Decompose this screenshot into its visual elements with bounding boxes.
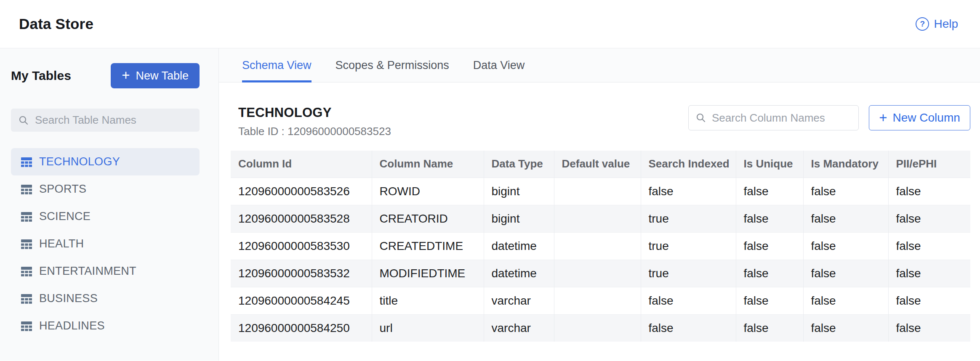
column-search-box: [688, 105, 859, 130]
cell-column-name: url: [372, 314, 484, 342]
sidebar-item-label: SPORTS: [39, 183, 86, 196]
topbar: Data Store ? Help: [0, 0, 980, 48]
table-icon: [21, 266, 32, 276]
header-controls: + New Column: [688, 105, 970, 130]
table-list: TECHNOLOGYSPORTSSCIENCEHEALTHENTERTAINME…: [11, 148, 200, 340]
sidebar-item-business[interactable]: BUSINESS: [11, 285, 200, 312]
column-header-column-id: Column Id: [231, 151, 372, 178]
schema-table-body: 12096000000583526ROWIDbigintfalsefalsefa…: [231, 178, 970, 342]
cell-default-value: [554, 232, 641, 260]
column-search-input[interactable]: [712, 111, 852, 125]
cell-column-id: 12096000000583528: [231, 205, 372, 232]
column-header-is-unique: Is Unique: [736, 151, 803, 178]
new-column-label: New Column: [893, 111, 960, 125]
cell-data-type: varchar: [484, 314, 554, 342]
cell-default-value: [554, 178, 641, 205]
cell-search-indexed: false: [641, 287, 736, 314]
schema-table-header-row: Column IdColumn NameData TypeDefault val…: [231, 151, 970, 178]
help-label: Help: [934, 17, 958, 31]
sidebar-item-entertainment[interactable]: ENTERTAINMENT: [11, 257, 200, 285]
sidebar-item-label: HEADLINES: [39, 319, 105, 332]
cell-is-unique: false: [736, 260, 803, 287]
cell-column-id: 12096000000583530: [231, 232, 372, 260]
table-icon: [21, 294, 32, 304]
column-header-pii-ephi: PII/ePHI: [888, 151, 970, 178]
cell-data-type: datetime: [484, 232, 554, 260]
sidebar-item-label: SCIENCE: [39, 210, 91, 223]
column-header-default-value: Default value: [554, 151, 641, 178]
sidebar-item-label: BUSINESS: [39, 292, 98, 305]
cell-default-value: [554, 314, 641, 342]
cell-is-unique: false: [736, 287, 803, 314]
cell-data-type: bigint: [484, 178, 554, 205]
cell-is-mandatory: false: [803, 314, 888, 342]
new-table-button[interactable]: + New Table: [111, 63, 200, 88]
cell-search-indexed: false: [641, 178, 736, 205]
cell-pii-ephi: false: [888, 232, 970, 260]
search-icon: [695, 112, 706, 123]
table-row: 12096000000583530CREATEDTIMEdatetimetrue…: [231, 232, 970, 260]
cell-column-name: CREATORID: [372, 205, 484, 232]
sidebar-header: My Tables + New Table: [11, 63, 200, 88]
cell-pii-ephi: false: [888, 205, 970, 232]
help-link[interactable]: ? Help: [916, 17, 958, 31]
column-header-is-mandatory: Is Mandatory: [803, 151, 888, 178]
cell-default-value: [554, 205, 641, 232]
cell-is-unique: false: [736, 205, 803, 232]
page-title: Data Store: [19, 16, 93, 32]
cell-column-id: 12096000000583526: [231, 178, 372, 205]
column-header-column-name: Column Name: [372, 151, 484, 178]
table-icon: [21, 184, 32, 194]
main-panel: Schema ViewScopes & PermissionsData View…: [219, 48, 980, 361]
cell-search-indexed: true: [641, 205, 736, 232]
cell-pii-ephi: false: [888, 260, 970, 287]
plus-icon: +: [879, 111, 887, 125]
new-column-button[interactable]: + New Column: [869, 105, 970, 130]
cell-search-indexed: true: [641, 232, 736, 260]
plus-icon: +: [122, 68, 130, 82]
schema-content: TECHNOLOGY Table ID : 12096000000583523: [219, 82, 980, 342]
cell-is-mandatory: false: [803, 260, 888, 287]
table-icon: [21, 157, 32, 167]
sidebar-item-technology[interactable]: TECHNOLOGY: [11, 148, 200, 175]
cell-is-mandatory: false: [803, 178, 888, 205]
tab-scopes-permissions[interactable]: Scopes & Permissions: [336, 48, 449, 82]
tab-schema-view[interactable]: Schema View: [242, 48, 312, 82]
cell-data-type: bigint: [484, 205, 554, 232]
tab-data-view[interactable]: Data View: [473, 48, 525, 82]
cell-is-mandatory: false: [803, 205, 888, 232]
cell-pii-ephi: false: [888, 287, 970, 314]
new-table-label: New Table: [136, 69, 189, 82]
cell-is-mandatory: false: [803, 232, 888, 260]
selected-table-title: TECHNOLOGY: [238, 105, 391, 120]
table-row: 12096000000584245titlevarcharfalsefalsef…: [231, 287, 970, 314]
body: My Tables + New Table TECHNOLOGYSPORTSSC…: [0, 48, 980, 361]
cell-data-type: varchar: [484, 287, 554, 314]
table-row: 12096000000583532MODIFIEDTIMEdatetimetru…: [231, 260, 970, 287]
cell-data-type: datetime: [484, 260, 554, 287]
sidebar-item-label: TECHNOLOGY: [39, 155, 120, 168]
schema-table: Column IdColumn NameData TypeDefault val…: [231, 151, 970, 342]
table-search-input[interactable]: [35, 114, 192, 127]
cell-column-id: 12096000000584245: [231, 287, 372, 314]
cell-column-id: 12096000000583532: [231, 260, 372, 287]
cell-is-unique: false: [736, 314, 803, 342]
table-meta: TECHNOLOGY Table ID : 12096000000583523: [238, 105, 391, 138]
sidebar-item-sports[interactable]: SPORTS: [11, 175, 200, 203]
data-store-app: Data Store ? Help My Tables + New Table: [0, 0, 980, 361]
column-header-data-type: Data Type: [484, 151, 554, 178]
table-icon: [21, 321, 32, 331]
sidebar-item-health[interactable]: HEALTH: [11, 230, 200, 257]
cell-column-name: CREATEDTIME: [372, 232, 484, 260]
table-icon: [21, 239, 32, 249]
cell-default-value: [554, 260, 641, 287]
content-header: TECHNOLOGY Table ID : 12096000000583523: [231, 105, 970, 138]
cell-is-mandatory: false: [803, 287, 888, 314]
help-icon: ?: [916, 17, 929, 31]
sidebar-item-headlines[interactable]: HEADLINES: [11, 312, 200, 340]
table-row: 12096000000584250urlvarcharfalsefalsefal…: [231, 314, 970, 342]
sidebar-item-science[interactable]: SCIENCE: [11, 203, 200, 230]
cell-search-indexed: false: [641, 314, 736, 342]
sidebar-item-label: ENTERTAINMENT: [39, 265, 136, 278]
sidebar: My Tables + New Table TECHNOLOGYSPORTSSC…: [0, 48, 219, 361]
